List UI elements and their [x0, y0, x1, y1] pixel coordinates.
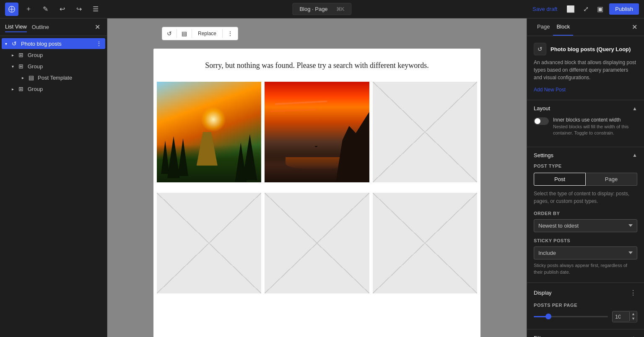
post-type-buttons: Post Page [534, 173, 637, 186]
top-bar: ＋ ✎ ↩ ↪ ☰ Blog · Page ⌘K Save draft ⬜ ⤢ … [0, 0, 644, 18]
list-view-button[interactable]: ☰ [89, 3, 102, 16]
tree-item-label: Group [28, 52, 43, 58]
outline-tab[interactable]: Outline [32, 22, 49, 32]
settings-section-content: POST TYPE Post Page Select the type of c… [527, 163, 644, 283]
posts-per-page-slider[interactable] [534, 316, 608, 317]
blog-page-tab[interactable]: Blog · Page ⌘K [292, 3, 351, 15]
group-icon: ⊞ [18, 52, 26, 58]
chevron-right-icon: ▸ [12, 87, 17, 91]
align-icon[interactable]: ▤ [179, 28, 190, 39]
toolbar-divider [222, 29, 223, 38]
settings-section-title: Settings [534, 152, 553, 158]
post-type-post-button[interactable]: Post [534, 173, 586, 186]
order-by-select[interactable]: Newest to oldest [534, 219, 637, 232]
cmd-key-label: ⌘K [336, 6, 345, 12]
spinner-down-button[interactable]: ▼ [630, 316, 637, 321]
panel-close-button[interactable]: ✕ [93, 22, 102, 32]
display-section-title: Display [534, 290, 552, 296]
order-by-label: ORDER BY [534, 211, 637, 216]
query-loop-icon[interactable]: ↺ [164, 28, 175, 39]
posts-per-page-label: POSTS PER PAGE [534, 303, 637, 308]
layout-section-content: Inner blocks use content width Nested bl… [527, 117, 644, 147]
spinner-up-button[interactable]: ▲ [630, 312, 637, 316]
slider-fill [534, 316, 547, 317]
display-section: Display ⋮ POSTS PER PAGE ▲ ▼ [527, 283, 644, 329]
canvas-area: ↺ ▤ Replace ⋮ Sorry, but nothing was fou… [107, 18, 527, 337]
not-found-message: Sorry, but nothing was found. Please try… [153, 49, 480, 78]
edit-button[interactable]: ✎ [39, 3, 52, 16]
slider-thumb[interactable] [545, 314, 551, 319]
tree-item-label: Group [28, 63, 43, 70]
posts-per-page-input[interactable] [613, 311, 629, 322]
display-section-content: POSTS PER PAGE ▲ ▼ [527, 303, 644, 329]
preview-icon[interactable]: ⬜ [564, 3, 577, 15]
photo-cell-placeholder-2[interactable] [157, 193, 261, 297]
blog-page-label: Blog · Page [299, 6, 327, 12]
chevron-down-icon: ▾ [5, 41, 10, 46]
left-panel: List View Outline ✕ ▾ ↺ Photo blog posts… [0, 18, 107, 337]
layout-toggle-row: Inner blocks use content width Nested bl… [534, 117, 637, 137]
photo-grid-row2 [153, 189, 480, 301]
undo-button[interactable]: ↩ [55, 3, 69, 16]
photo-grid-row1 [153, 78, 480, 189]
list-view-tab[interactable]: List View [5, 22, 27, 32]
post-type-label: POST TYPE [534, 163, 637, 168]
resize-icon[interactable]: ⤢ [581, 3, 591, 15]
top-bar-right: Save draft ⬜ ⤢ ▣ Publish [529, 3, 639, 15]
item-options-icon[interactable]: ⋮ [96, 40, 102, 47]
settings-chevron-icon: ▲ [632, 152, 637, 158]
page-tab[interactable]: Page [534, 18, 553, 36]
settings-section-header[interactable]: Settings ▲ [527, 147, 644, 163]
right-panel-header: Page Block ✕ [527, 18, 644, 36]
tree-item-photo-blog-posts[interactable]: ▾ ↺ Photo blog posts ⋮ [2, 38, 105, 49]
chevron-right-icon: ▸ [12, 53, 17, 57]
photo-cell-yosemite[interactable] [157, 82, 261, 186]
replace-button[interactable]: Replace [194, 29, 221, 39]
tree-container: ▾ ↺ Photo blog posts ⋮ ▸ ⊞ Group ⋮ ▾ ⊞ G… [0, 36, 107, 337]
settings-section: Settings ▲ POST TYPE Post Page Select th… [527, 147, 644, 283]
photo-cell-placeholder-4[interactable] [373, 193, 477, 297]
tree-item-group1[interactable]: ▸ ⊞ Group ⋮ [2, 49, 105, 60]
posts-per-page-row: ▲ ▼ [534, 311, 637, 322]
photo-cell-placeholder-1[interactable] [373, 82, 477, 186]
sticky-posts-label: STICKY POSTS [534, 238, 637, 243]
editor-page: Sorry, but nothing was found. Please try… [153, 49, 480, 337]
right-panel: Page Block ✕ ↺ Photo blog posts (Query L… [527, 18, 644, 337]
more-options-icon[interactable]: ⋮ [224, 28, 236, 39]
block-type-icon: ↺ [534, 43, 546, 55]
chevron-down-icon: ▾ [12, 64, 17, 69]
main-layout: List View Outline ✕ ▾ ↺ Photo blog posts… [0, 18, 644, 337]
publish-button[interactable]: Publish [609, 3, 639, 15]
block-title: Photo blog posts (Query Loop) [551, 46, 631, 52]
photo-cell-placeholder-3[interactable] [265, 193, 369, 297]
display-more-button[interactable]: ⋮ [629, 288, 637, 298]
template-icon: ▤ [29, 74, 36, 81]
tree-item-group2[interactable]: ▾ ⊞ Group ⋮ [2, 61, 105, 72]
sticky-posts-select[interactable]: Include [534, 246, 637, 259]
filters-add-button[interactable]: ＋ [630, 334, 637, 337]
tree-item-label: Group [28, 86, 43, 92]
block-description: An advanced block that allows displaying… [534, 59, 637, 81]
sticky-posts-note: Sticky posts always appear first, regard… [534, 262, 637, 276]
tree-item-group3[interactable]: ▸ ⊞ Group ⋮ [2, 83, 105, 94]
layout-section-header[interactable]: Layout ▲ [527, 100, 644, 117]
panel-header: List View Outline ✕ [0, 18, 107, 36]
wp-logo-icon[interactable] [5, 3, 18, 16]
block-tab[interactable]: Block [553, 18, 573, 36]
photo-cell-beach[interactable] [265, 82, 369, 186]
add-block-button[interactable]: ＋ [22, 3, 35, 16]
post-type-page-button[interactable]: Page [586, 173, 637, 186]
save-draft-button[interactable]: Save draft [529, 3, 561, 15]
inner-blocks-toggle[interactable] [534, 117, 549, 125]
layout-section: Layout ▲ Inner blocks use content width … [527, 100, 644, 147]
tree-item-label: Photo blog posts [21, 41, 62, 47]
layout-icon[interactable]: ▣ [595, 3, 606, 15]
add-new-post-link[interactable]: Add New Post [534, 87, 566, 93]
block-info-header: ↺ Photo blog posts (Query Loop) [534, 43, 637, 55]
posts-per-page-input-wrapper: ▲ ▼ [612, 311, 637, 322]
redo-button[interactable]: ↪ [72, 3, 86, 16]
layout-section-title: Layout [534, 105, 550, 111]
block-toolbar: ↺ ▤ Replace ⋮ [162, 27, 238, 40]
right-panel-close-button[interactable]: ✕ [632, 23, 637, 31]
tree-item-post-template[interactable]: ▸ ▤ Post Template ⋮ [2, 72, 105, 83]
